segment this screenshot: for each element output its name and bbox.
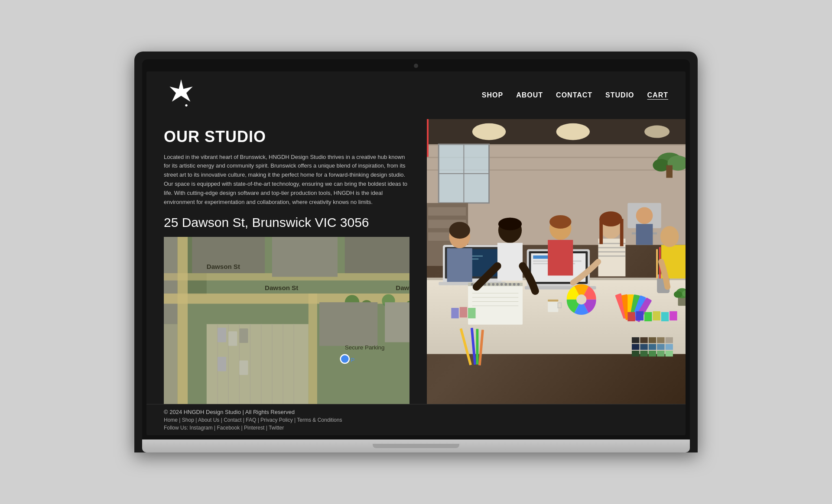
laptop-camera — [414, 64, 418, 68]
svg-point-1 — [185, 104, 187, 106]
svg-rect-173 — [548, 299, 558, 301]
section-title: OUR STUDIO — [164, 128, 410, 146]
svg-point-116 — [509, 283, 511, 285]
footer-link-home[interactable]: Home — [164, 417, 178, 423]
svg-marker-0 — [169, 79, 192, 101]
svg-rect-33 — [345, 237, 410, 273]
svg-point-111 — [488, 283, 490, 285]
site-header: SHOP ABOUT CONTACT STUDIO CART — [146, 71, 686, 119]
svg-rect-159 — [548, 240, 573, 275]
svg-point-57 — [644, 125, 670, 138]
svg-rect-28 — [319, 302, 377, 346]
svg-point-157 — [498, 217, 522, 230]
svg-rect-131 — [670, 311, 677, 320]
footer-link-privacy[interactable]: Privacy Policy — [260, 417, 293, 423]
social-instagram[interactable]: Instagram — [189, 425, 212, 431]
svg-rect-166 — [598, 255, 625, 256]
svg-point-113 — [496, 283, 499, 285]
svg-rect-100 — [656, 249, 658, 278]
footer-links: Home | Shop | About Us | Contact | FAQ |… — [164, 417, 668, 423]
studio-address: 25 Dawson St, Brunswick VIC 3056 — [164, 215, 410, 230]
footer-link-faq[interactable]: FAQ — [246, 417, 256, 423]
svg-text:P: P — [351, 357, 354, 363]
svg-rect-140 — [657, 344, 664, 350]
svg-rect-32 — [272, 237, 338, 277]
svg-rect-46 — [239, 361, 248, 375]
svg-text:Dawson St: Dawson St — [396, 284, 410, 291]
svg-rect-42 — [218, 328, 226, 342]
svg-rect-137 — [632, 344, 639, 350]
svg-rect-129 — [653, 311, 660, 320]
svg-rect-43 — [228, 332, 237, 346]
nav-cart[interactable]: CART — [647, 91, 668, 99]
website: SHOP ABOUT CONTACT STUDIO CART OUR STUDI… — [146, 71, 686, 436]
svg-rect-126 — [627, 312, 635, 321]
svg-point-167 — [599, 211, 622, 226]
footer-link-about[interactable]: About Us — [198, 417, 219, 423]
social-twitter[interactable]: Twitter — [269, 425, 284, 431]
studio-photo — [427, 119, 686, 404]
social-facebook[interactable]: Facebook — [217, 425, 240, 431]
svg-rect-141 — [665, 344, 673, 350]
svg-rect-45 — [218, 357, 226, 372]
map-container: Dawson St Dawson St Dawson St Dawson St … — [164, 237, 410, 404]
svg-point-154 — [449, 222, 470, 239]
footer-link-terms[interactable]: Terms & Conditions — [297, 417, 342, 423]
follow-us-label: Follow Us: — [164, 425, 188, 431]
svg-rect-156 — [497, 242, 523, 280]
logo-area — [164, 78, 198, 113]
svg-text:Dawson St: Dawson St — [265, 284, 298, 291]
svg-rect-150 — [476, 329, 478, 364]
svg-rect-134 — [649, 337, 656, 343]
svg-rect-15 — [164, 294, 410, 304]
main-nav: SHOP ABOUT CONTACT STUDIO CART — [482, 91, 668, 99]
social-pinterest[interactable]: Pinterest — [244, 425, 264, 431]
svg-point-56 — [556, 123, 590, 140]
svg-rect-132 — [632, 337, 639, 343]
nav-contact[interactable]: CONTACT — [556, 91, 592, 99]
nav-studio[interactable]: STUDIO — [605, 91, 634, 99]
svg-text:Secure Parking: Secure Parking — [345, 345, 385, 351]
studio-image — [427, 119, 686, 404]
svg-point-40 — [341, 355, 349, 363]
svg-rect-144 — [649, 350, 656, 356]
svg-rect-139 — [649, 344, 656, 350]
svg-rect-5 — [164, 324, 178, 404]
copyright: © 2024 HNGDH Design Studio | All Rights … — [164, 409, 668, 415]
svg-rect-145 — [657, 350, 664, 356]
svg-rect-124 — [460, 307, 467, 317]
svg-point-177 — [674, 291, 682, 298]
main-content: OUR STUDIO Located in the vibrant heart … — [146, 119, 686, 404]
svg-rect-17 — [178, 237, 188, 404]
laptop-shell: SHOP ABOUT CONTACT STUDIO CART OUR STUDI… — [134, 52, 698, 453]
svg-point-160 — [549, 215, 571, 228]
svg-point-171 — [660, 226, 679, 247]
nav-about[interactable]: ABOUT — [516, 91, 543, 99]
footer-link-contact[interactable]: Contact — [224, 417, 241, 423]
svg-rect-138 — [640, 344, 647, 350]
svg-point-112 — [492, 283, 494, 285]
screen-bezel: SHOP ABOUT CONTACT STUDIO CART OUR STUDI… — [142, 59, 690, 440]
laptop-screen: SHOP ABOUT CONTACT STUDIO CART OUR STUDI… — [146, 71, 686, 436]
right-panel — [427, 119, 686, 404]
svg-text:Dawson St: Dawson St — [207, 263, 240, 270]
svg-rect-130 — [661, 312, 669, 321]
svg-rect-128 — [644, 312, 652, 321]
svg-point-118 — [517, 283, 520, 285]
svg-rect-123 — [451, 308, 458, 318]
footer-link-shop[interactable]: Shop — [182, 417, 194, 423]
logo-star-icon[interactable] — [164, 78, 198, 113]
svg-rect-142 — [632, 350, 639, 356]
svg-rect-29 — [385, 302, 410, 342]
svg-rect-67 — [428, 207, 466, 215]
nav-shop[interactable]: SHOP — [482, 91, 503, 99]
svg-rect-65 — [666, 165, 673, 178]
svg-rect-153 — [447, 248, 472, 282]
svg-rect-125 — [468, 308, 475, 318]
svg-rect-136 — [665, 337, 673, 343]
svg-point-114 — [500, 283, 503, 285]
svg-rect-168 — [599, 219, 603, 244]
svg-point-117 — [513, 283, 516, 285]
svg-rect-165 — [598, 251, 625, 252]
laptop-notch — [373, 444, 459, 448]
